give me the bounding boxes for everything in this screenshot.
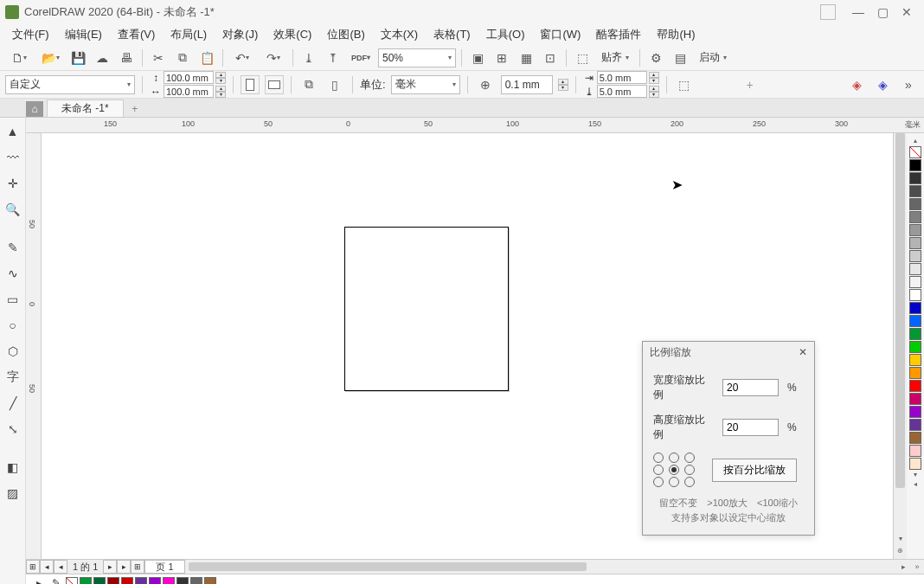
color-swatch[interactable] xyxy=(909,263,921,275)
current-page-button[interactable]: ▯ xyxy=(324,74,345,95)
page-prev2-button[interactable]: ◂ xyxy=(54,560,67,574)
redo-button[interactable]: ↷▾ xyxy=(260,48,287,68)
color-swatch[interactable] xyxy=(909,315,921,327)
dup-x-input[interactable]: 5.0 mm xyxy=(597,71,647,84)
landscape-button[interactable] xyxy=(265,75,284,94)
connector-tool[interactable]: ⤡ xyxy=(3,419,23,440)
menu-tools[interactable]: 工具(O) xyxy=(479,25,532,44)
color-swatch[interactable] xyxy=(909,328,921,340)
color-swatch[interactable] xyxy=(909,185,921,197)
pick-tool[interactable]: ▲ xyxy=(3,121,23,142)
copy-button[interactable]: ⧉ xyxy=(172,48,193,68)
page-next2-button[interactable]: ▸ xyxy=(117,560,131,574)
undo-button[interactable]: ↶▾ xyxy=(228,48,256,68)
scroll-right-icon[interactable]: ▸ xyxy=(896,562,910,571)
minimize-button[interactable]: — xyxy=(846,3,870,21)
palette-menu-icon[interactable]: ▸ xyxy=(31,575,47,584)
no-color-swatch[interactable] xyxy=(66,577,78,584)
doc-color-swatch[interactable] xyxy=(190,577,202,584)
cut-button[interactable]: ✂ xyxy=(148,48,169,68)
menu-object[interactable]: 对象(J) xyxy=(215,25,265,44)
menu-table[interactable]: 表格(T) xyxy=(427,25,478,44)
freehand-tool[interactable]: ✎ xyxy=(3,237,23,258)
color-swatch[interactable] xyxy=(909,419,921,431)
doc-color-swatch[interactable] xyxy=(107,577,119,584)
guides-button[interactable]: ⊡ xyxy=(540,48,561,68)
color-swatch[interactable] xyxy=(909,393,921,405)
color-swatch[interactable] xyxy=(909,276,921,288)
menu-effects[interactable]: 效果(C) xyxy=(266,25,318,44)
dup-y-input[interactable]: 5.0 mm xyxy=(597,85,647,98)
snap-icon[interactable]: ⬚ xyxy=(572,48,593,68)
menu-bitmap[interactable]: 位图(B) xyxy=(320,25,371,44)
color-swatch[interactable] xyxy=(909,159,921,171)
scroll-menu-icon[interactable]: » xyxy=(910,562,924,571)
overflow-button[interactable]: » xyxy=(898,74,919,95)
doc-color-swatch[interactable] xyxy=(204,577,216,584)
export-button[interactable]: ⤒ xyxy=(323,48,343,68)
color-swatch[interactable] xyxy=(909,458,921,470)
horizontal-scrollbar[interactable] xyxy=(189,561,893,573)
polygon-tool[interactable]: ⬡ xyxy=(3,341,23,362)
height-scale-input[interactable] xyxy=(722,419,779,436)
menu-layout[interactable]: 布局(L) xyxy=(164,25,214,44)
color-swatch[interactable] xyxy=(909,237,921,249)
color-swatch[interactable] xyxy=(909,211,921,223)
menu-text[interactable]: 文本(X) xyxy=(374,25,425,44)
doc-color-swatch[interactable] xyxy=(93,577,106,584)
doc-color-swatch[interactable] xyxy=(80,577,92,584)
color-swatch[interactable] xyxy=(909,406,921,418)
tag-red-icon[interactable]: ◈ xyxy=(846,74,867,95)
zoom-select[interactable]: 50%▾ xyxy=(378,48,456,67)
color-swatch[interactable] xyxy=(909,250,921,262)
print-button[interactable]: 🖶 xyxy=(116,48,137,68)
maximize-button[interactable]: ▢ xyxy=(870,3,895,21)
color-swatch[interactable] xyxy=(909,224,921,236)
menu-edit[interactable]: 编辑(E) xyxy=(58,25,109,44)
color-swatch[interactable] xyxy=(909,198,921,210)
launch-dropdown[interactable]: 启动▾ xyxy=(694,48,732,68)
doc-color-swatch[interactable] xyxy=(135,577,147,584)
menu-file[interactable]: 文件(F) xyxy=(5,25,56,44)
text-tool[interactable]: 字 xyxy=(3,367,23,388)
cloud-button[interactable]: ☁ xyxy=(92,48,112,68)
doc-color-swatch[interactable] xyxy=(149,577,161,584)
rulers-button[interactable]: ⊞ xyxy=(491,48,512,68)
nudge-input[interactable]: 0.1 mm xyxy=(501,75,553,94)
layout-button[interactable]: ▤ xyxy=(670,48,690,68)
palette-up-icon[interactable]: ▴ xyxy=(914,137,917,145)
shape-tool[interactable]: 〰 xyxy=(3,147,23,168)
pdf-button[interactable]: PDF▾ xyxy=(347,48,375,68)
nudge-spinner[interactable]: ▴▾ xyxy=(558,79,568,91)
menu-window[interactable]: 窗口(W) xyxy=(533,25,587,44)
rectangle-shape[interactable] xyxy=(344,227,509,391)
color-swatch[interactable] xyxy=(909,445,921,457)
width-spinner[interactable]: ▴▾ xyxy=(215,72,226,84)
snap-dropdown[interactable]: 贴齐▾ xyxy=(596,48,634,68)
page-first-button[interactable]: ⊞ xyxy=(26,560,40,574)
menu-view[interactable]: 查看(V) xyxy=(111,25,162,44)
options-button[interactable]: ⚙ xyxy=(645,48,666,68)
home-tab-icon[interactable]: ⌂ xyxy=(26,101,43,117)
rectangle-tool[interactable]: ▭ xyxy=(3,289,23,310)
zoom-tool[interactable]: 🔍 xyxy=(3,199,23,220)
transparency-tool[interactable]: ▨ xyxy=(3,483,23,504)
anchor-grid[interactable] xyxy=(653,452,698,487)
page-add-button[interactable]: ⊞ xyxy=(131,560,144,574)
color-swatch[interactable] xyxy=(909,354,921,366)
page-preset-select[interactable]: 自定义▾ xyxy=(5,75,135,94)
height-spinner[interactable]: ▴▾ xyxy=(215,86,226,98)
page-tab[interactable]: 页 1 xyxy=(144,560,184,574)
color-swatch[interactable] xyxy=(909,432,921,444)
add-tab-button[interactable]: + xyxy=(127,101,143,117)
page-next-button[interactable]: ▸ xyxy=(103,560,117,574)
doc-color-swatch[interactable] xyxy=(163,577,175,584)
no-fill-swatch[interactable] xyxy=(909,146,921,158)
palette-expand-icon[interactable]: ◂ xyxy=(914,480,917,489)
page-height-input[interactable]: 100.0 mm xyxy=(164,85,214,98)
color-swatch[interactable] xyxy=(909,380,921,392)
tag-blue-icon[interactable]: ◈ xyxy=(872,74,893,95)
document-tab[interactable]: 未命名 -1* xyxy=(47,99,124,117)
import-button[interactable]: ⤓ xyxy=(298,48,319,68)
all-pages-button[interactable]: ⧉ xyxy=(298,74,319,95)
